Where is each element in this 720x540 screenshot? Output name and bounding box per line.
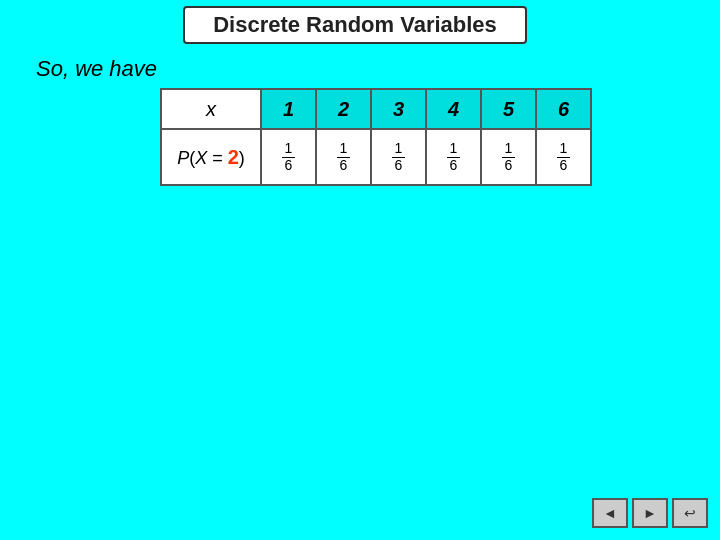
- x-label-header: x: [161, 89, 261, 129]
- page-title: Discrete Random Variables: [183, 6, 527, 44]
- subtitle-text: So, we have: [36, 56, 157, 82]
- back-button[interactable]: ◄: [592, 498, 628, 528]
- prob-4: 1 6: [426, 129, 481, 185]
- prob-1: 1 6: [261, 129, 316, 185]
- prob-5: 1 6: [481, 129, 536, 185]
- px-highlight-value: 2: [228, 146, 239, 168]
- prob-3: 1 6: [371, 129, 426, 185]
- probability-table: x 1 2 3 4 5 6 P(X = 2) 1 6 1 6: [160, 88, 592, 186]
- table-header-row: x 1 2 3 4 5 6: [161, 89, 591, 129]
- x-val-6: 6: [536, 89, 591, 129]
- x-val-4: 4: [426, 89, 481, 129]
- table-prob-row: P(X = 2) 1 6 1 6 1 6: [161, 129, 591, 185]
- x-val-2: 2: [316, 89, 371, 129]
- px-label: P(X = 2): [161, 129, 261, 185]
- x-val-5: 5: [481, 89, 536, 129]
- home-button[interactable]: ↩: [672, 498, 708, 528]
- x-val-3: 3: [371, 89, 426, 129]
- forward-button[interactable]: ►: [632, 498, 668, 528]
- x-val-1: 1: [261, 89, 316, 129]
- prob-2: 1 6: [316, 129, 371, 185]
- prob-6: 1 6: [536, 129, 591, 185]
- nav-buttons-container: ◄ ► ↩: [592, 498, 708, 528]
